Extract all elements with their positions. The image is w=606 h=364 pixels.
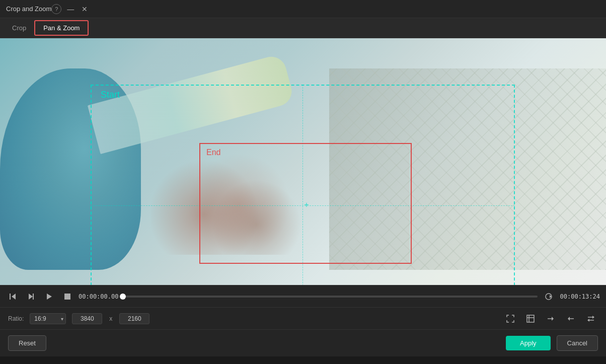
loop-icon: [545, 293, 553, 301]
fit-screen-button[interactable]: [503, 312, 517, 326]
progress-track[interactable]: [123, 296, 538, 298]
tab-crop[interactable]: Crop: [4, 21, 34, 35]
svg-marker-11: [568, 317, 570, 321]
play-icon: [45, 293, 53, 301]
svg-rect-5: [64, 294, 70, 300]
width-input[interactable]: [72, 313, 102, 324]
svg-marker-9: [552, 317, 554, 321]
align-right-icon: [546, 314, 555, 323]
video-background: [0, 38, 606, 285]
minimize-button[interactable]: —: [65, 4, 75, 14]
transport-bar: 00:00:00.00 00:00:13:24: [0, 285, 606, 307]
canvas-area: Start End: [0, 38, 606, 285]
svg-rect-3: [33, 294, 34, 300]
step-forward-button[interactable]: [24, 289, 38, 304]
titlebar: Crop and Zoom ? — ✕: [0, 0, 606, 18]
swap-icon: [586, 314, 595, 323]
loop-button[interactable]: [542, 289, 556, 304]
cancel-button[interactable]: Cancel: [557, 335, 598, 351]
end-label: End: [206, 148, 220, 157]
svg-rect-0: [10, 294, 11, 300]
svg-marker-1: [12, 294, 16, 300]
stop-button[interactable]: [60, 289, 74, 304]
align-left-button[interactable]: [564, 312, 578, 326]
fullscreen-button[interactable]: [523, 312, 538, 326]
step-forward-icon: [27, 293, 35, 301]
svg-marker-13: [592, 316, 594, 319]
fit-screen-icon: [506, 314, 515, 323]
start-label: Start: [101, 90, 120, 100]
titlebar-controls: ? — ✕: [51, 4, 90, 14]
tabbar: Crop Pan & Zoom: [0, 18, 606, 38]
align-right-button[interactable]: [544, 312, 558, 326]
action-bar: Reset Apply Cancel: [0, 329, 606, 356]
stop-icon: [63, 293, 71, 301]
skip-back-icon: [9, 293, 17, 301]
mesh-element: [329, 68, 606, 270]
align-left-icon: [566, 314, 575, 323]
close-button[interactable]: ✕: [80, 4, 90, 14]
titlebar-title: Crop and Zoom: [6, 5, 51, 13]
ratio-select[interactable]: 16:9 4:3 1:1 9:16 Custom: [30, 313, 66, 324]
help-button[interactable]: ?: [51, 4, 61, 14]
svg-marker-4: [47, 294, 52, 300]
swap-button[interactable]: [584, 312, 598, 326]
svg-marker-2: [29, 294, 33, 300]
droplets-element: [151, 154, 327, 255]
progress-thumb[interactable]: [120, 294, 126, 300]
dimension-separator: x: [109, 315, 112, 322]
pipette-element: [88, 53, 295, 154]
fullscreen-icon: [526, 314, 535, 323]
svg-marker-15: [587, 319, 589, 322]
time-current: 00:00:00.00: [79, 293, 119, 300]
height-input[interactable]: [119, 313, 149, 324]
apply-button[interactable]: Apply: [506, 336, 551, 350]
time-end: 00:00:13:24: [560, 293, 600, 300]
ratio-label: Ratio:: [8, 315, 24, 322]
reset-button[interactable]: Reset: [8, 335, 46, 351]
tab-pan-zoom[interactable]: Pan & Zoom: [34, 20, 89, 36]
play-button[interactable]: [42, 289, 56, 304]
controls-bar: Ratio: 16:9 4:3 1:1 9:16 Custom x: [0, 307, 606, 329]
ratio-select-wrap: 16:9 4:3 1:1 9:16 Custom: [30, 313, 66, 324]
skip-back-button[interactable]: [6, 289, 20, 304]
